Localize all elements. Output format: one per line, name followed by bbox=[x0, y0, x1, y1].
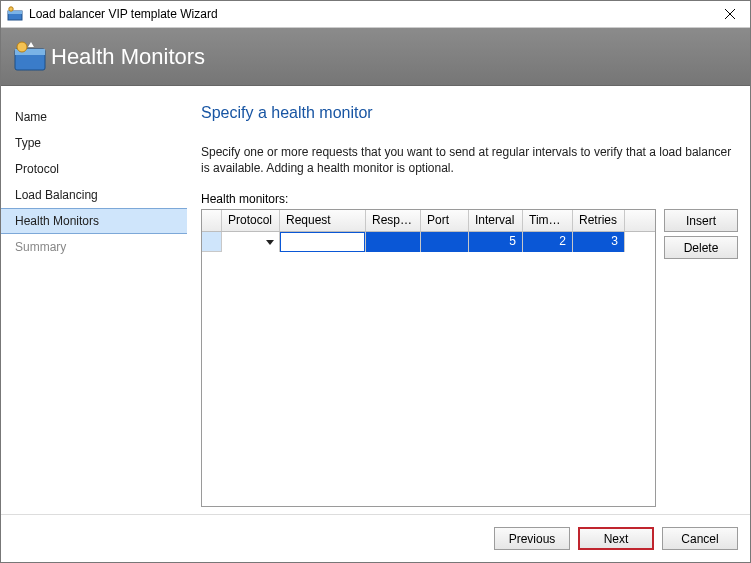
grid-side-buttons: Insert Delete bbox=[664, 209, 738, 259]
col-protocol[interactable]: Protocol bbox=[222, 210, 280, 231]
svg-point-2 bbox=[9, 7, 13, 11]
app-icon bbox=[7, 6, 23, 22]
next-button[interactable]: Next bbox=[578, 527, 654, 550]
body: Name Type Protocol Load Balancing Health… bbox=[1, 86, 750, 514]
step-load-balancing[interactable]: Load Balancing bbox=[1, 182, 187, 208]
grid-body: 5 2 3 bbox=[202, 232, 655, 506]
cell-timeout[interactable]: 2 bbox=[523, 232, 573, 252]
health-monitors-grid[interactable]: Protocol Request Respo... Port Interval … bbox=[201, 209, 656, 507]
footer: Previous Next Cancel bbox=[1, 514, 750, 562]
titlebar: Load balancer VIP template Wizard bbox=[1, 1, 750, 28]
cell-interval[interactable]: 5 bbox=[469, 232, 523, 252]
previous-button[interactable]: Previous bbox=[494, 527, 570, 550]
cell-port[interactable] bbox=[421, 232, 469, 252]
cell-protocol[interactable] bbox=[222, 232, 280, 252]
step-type[interactable]: Type bbox=[1, 130, 187, 156]
cell-response[interactable] bbox=[366, 232, 421, 252]
cancel-button[interactable]: Cancel bbox=[662, 527, 738, 550]
grid-header-row: Protocol Request Respo... Port Interval … bbox=[202, 210, 655, 232]
banner-icon bbox=[13, 40, 47, 74]
grid-area: Protocol Request Respo... Port Interval … bbox=[201, 209, 738, 507]
svg-marker-8 bbox=[28, 42, 34, 47]
window-title: Load balancer VIP template Wizard bbox=[29, 7, 710, 21]
col-timeout[interactable]: Time-... bbox=[523, 210, 573, 231]
col-retries[interactable]: Retries bbox=[573, 210, 625, 231]
step-summary[interactable]: Summary bbox=[1, 234, 187, 260]
insert-button[interactable]: Insert bbox=[664, 209, 738, 232]
row-header[interactable] bbox=[202, 232, 222, 252]
page-heading: Specify a health monitor bbox=[201, 104, 738, 122]
page-description: Specify one or more requests that you wa… bbox=[201, 144, 738, 176]
content-pane: Specify a health monitor Specify one or … bbox=[187, 86, 750, 514]
col-response[interactable]: Respo... bbox=[366, 210, 421, 231]
banner: Health Monitors bbox=[1, 28, 750, 86]
col-request[interactable]: Request bbox=[280, 210, 366, 231]
col-port[interactable]: Port bbox=[421, 210, 469, 231]
chevron-down-icon bbox=[266, 240, 274, 245]
cell-request[interactable] bbox=[280, 232, 366, 252]
delete-button[interactable]: Delete bbox=[664, 236, 738, 259]
step-protocol[interactable]: Protocol bbox=[1, 156, 187, 182]
step-health-monitors[interactable]: Health Monitors bbox=[1, 208, 187, 234]
grid-label: Health monitors: bbox=[201, 192, 738, 206]
request-input[interactable] bbox=[280, 232, 365, 252]
banner-title: Health Monitors bbox=[51, 44, 205, 70]
svg-point-7 bbox=[17, 42, 27, 52]
step-name[interactable]: Name bbox=[1, 104, 187, 130]
wizard-steps: Name Type Protocol Load Balancing Health… bbox=[1, 86, 187, 514]
col-interval[interactable]: Interval bbox=[469, 210, 523, 231]
close-icon bbox=[725, 9, 735, 19]
close-button[interactable] bbox=[710, 1, 750, 27]
table-row[interactable]: 5 2 3 bbox=[202, 232, 655, 252]
cell-retries[interactable]: 3 bbox=[573, 232, 625, 252]
col-rowheader bbox=[202, 210, 222, 231]
wizard-window: Load balancer VIP template Wizard Health… bbox=[0, 0, 751, 563]
